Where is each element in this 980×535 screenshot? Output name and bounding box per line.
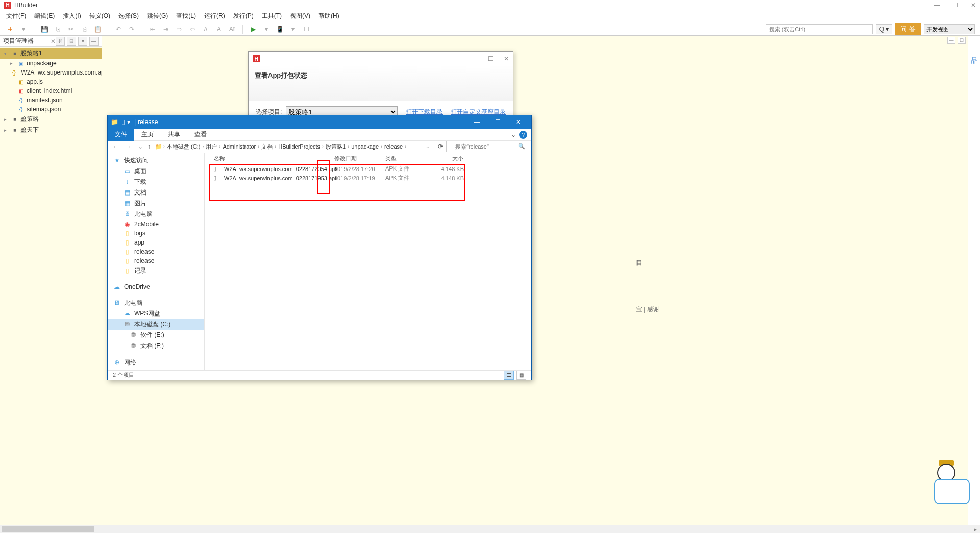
link-icon[interactable]: ⇵ [56, 37, 65, 46]
menu-icon[interactable]: ▾ [78, 37, 87, 46]
sidebar-item[interactable]: 🖥此电脑 [108, 209, 204, 220]
sidebar-close-icon[interactable]: ✕ [51, 38, 56, 45]
col-type[interactable]: 类型 [381, 155, 427, 162]
ribbon-tab[interactable]: 共享 [161, 128, 187, 141]
sidebar-item[interactable]: ⛃本地磁盘 (C:) [108, 319, 204, 330]
collapse-icon[interactable]: ⊟ [67, 37, 76, 46]
tree-item[interactable]: ▸▣unpackage [0, 59, 102, 68]
explorer-min-button[interactable]: — [467, 115, 487, 129]
sidebar-item[interactable]: ▯logs [108, 229, 204, 238]
file-row[interactable]: ▯_W2A_wx.superwinplus.com_0228171953.apk… [205, 174, 531, 183]
menu-item[interactable]: 转义(O) [87, 11, 112, 21]
menu-item[interactable]: 跳转(G) [145, 11, 170, 21]
scroll-right-icon[interactable]: ▸ [971, 526, 980, 533]
comment-icon[interactable]: // [201, 24, 211, 34]
sidebar-item[interactable]: ⊕网络 [108, 357, 204, 368]
paste-icon[interactable]: 📋 [92, 24, 103, 34]
details-view-icon[interactable]: ☰ [504, 371, 514, 380]
ribbon-expand-icon[interactable]: ⌄ [511, 131, 516, 138]
editor-max-icon[interactable]: ☐ [958, 37, 966, 44]
col-date[interactable]: 修改日期 [330, 155, 381, 162]
sidebar-item[interactable]: ◉2cMobile [108, 220, 204, 229]
outline-icon[interactable]: 品 [971, 56, 978, 65]
minimize-button[interactable]: — [934, 2, 940, 9]
ribbon-tab[interactable]: 主页 [134, 128, 161, 141]
col-name[interactable]: 名称 [205, 155, 330, 162]
outdent-icon[interactable]: ⇦ [187, 24, 198, 34]
menu-item[interactable]: 视图(V) [288, 11, 312, 21]
undo-icon[interactable]: ↶ [113, 24, 124, 34]
editor-min-icon[interactable]: — [947, 37, 955, 44]
style-icon[interactable]: Aͯ [227, 24, 237, 34]
sidebar-item[interactable]: ⛃文档 (F:) [108, 341, 204, 351]
copy-icon[interactable]: ⎘ [79, 24, 89, 34]
icons-view-icon[interactable]: ▦ [516, 371, 526, 380]
breadcrumb-item[interactable]: Administrator [222, 143, 257, 150]
explorer-close-button[interactable]: ✕ [508, 115, 528, 129]
cut-icon[interactable]: ✂ [66, 24, 76, 34]
tree-item[interactable]: {}_W2A_wx.superwinplus.com.ap [0, 68, 102, 77]
explorer-search-input[interactable] [452, 141, 528, 152]
menu-item[interactable]: 查找(L) [174, 11, 198, 21]
run-dropdown-icon[interactable]: ▾ [261, 24, 272, 34]
menu-item[interactable]: 文件(F) [4, 11, 28, 21]
scrollbar-thumb[interactable] [2, 526, 94, 532]
sidebar-item[interactable]: ⛃软件 (E:) [108, 330, 204, 341]
ribbon-tab[interactable]: 文件 [108, 128, 134, 141]
menu-item[interactable]: 发行(P) [231, 11, 256, 21]
ribbon-tab[interactable]: 查看 [187, 128, 214, 141]
menu-item[interactable]: 工具(T) [260, 11, 284, 21]
bottom-scrollbar[interactable]: ▸ [0, 525, 980, 533]
menu-item[interactable]: 编辑(E) [32, 11, 57, 21]
tree-item[interactable]: ▸■盈天下 [0, 125, 102, 135]
maximize-button[interactable]: ☐ [952, 2, 958, 9]
preview-icon[interactable]: ☐ [301, 24, 311, 34]
tree-item[interactable]: ◧app.js [0, 77, 102, 86]
explorer-titlebar[interactable]: 📁 ▯ ▾ | release — ☐ ✕ [108, 115, 531, 129]
sidebar-item[interactable]: ▦图片 [108, 198, 204, 209]
prev-icon[interactable]: ⇤ [148, 24, 158, 34]
up-button[interactable]: ↑ [148, 143, 151, 150]
tree-item[interactable]: ▸■盈策略 [0, 114, 102, 125]
sidebar-item[interactable]: ☁WPS网盘 [108, 308, 204, 319]
recent-dropdown-icon[interactable]: ⌄ [135, 143, 145, 150]
qa-button[interactable]: 问 答 [895, 23, 921, 35]
breadcrumb-root-icon[interactable]: 📁 [155, 143, 162, 150]
save-icon[interactable]: 💾 [39, 24, 50, 34]
menu-item[interactable]: 运行(R) [202, 11, 227, 21]
menu-item[interactable]: 选择(S) [116, 11, 141, 21]
forward-button[interactable]: → [123, 143, 133, 150]
close-button[interactable]: ✕ [971, 2, 976, 9]
sidebar-item[interactable]: ▯release [108, 256, 204, 265]
breadcrumb-item[interactable]: release [383, 143, 404, 150]
search-icon[interactable]: 🔍 [518, 143, 525, 150]
tree-item[interactable]: {}sitemap.json [0, 105, 102, 114]
search-input[interactable] [766, 24, 873, 34]
sidebar-item[interactable]: ☁OneDrive [108, 282, 204, 291]
save-all-icon[interactable]: ⎘ [53, 24, 63, 34]
next-icon[interactable]: ⇥ [161, 24, 171, 34]
tree-item[interactable]: {}manifest.json [0, 95, 102, 105]
breadcrumb-dropdown-icon[interactable]: ⌄ [426, 144, 430, 149]
col-size[interactable]: 大小 [427, 155, 468, 162]
device-icon[interactable]: 📱 [275, 24, 285, 34]
breadcrumb-item[interactable]: 文档 [260, 143, 274, 151]
indent-icon[interactable]: ⇨ [174, 24, 184, 34]
view-select[interactable]: 开发视图 [924, 24, 975, 34]
format-icon[interactable]: A [214, 24, 224, 34]
redo-icon[interactable]: ↷ [127, 24, 137, 34]
sidebar-item[interactable]: ▭桌面 [108, 166, 204, 177]
dialog-max-icon[interactable]: ☐ [488, 55, 494, 62]
sidebar-item[interactable]: ▯记录 [108, 265, 204, 276]
menu-item[interactable]: 帮助(H) [316, 11, 341, 21]
help-icon[interactable]: ? [519, 131, 527, 139]
run-icon[interactable]: ▶ [248, 24, 258, 34]
dialog-close-icon[interactable]: ✕ [504, 55, 509, 62]
sidebar-item[interactable]: ▯app [108, 238, 204, 247]
assistant-mascot[interactable] [929, 474, 975, 509]
explorer-max-button[interactable]: ☐ [487, 115, 508, 129]
tree-item[interactable]: ▾■股策略1 [0, 48, 102, 59]
dropdown-icon[interactable]: ▾ [18, 24, 29, 34]
new-button[interactable]: + [5, 24, 15, 34]
device-dropdown-icon[interactable]: ▾ [288, 24, 298, 34]
